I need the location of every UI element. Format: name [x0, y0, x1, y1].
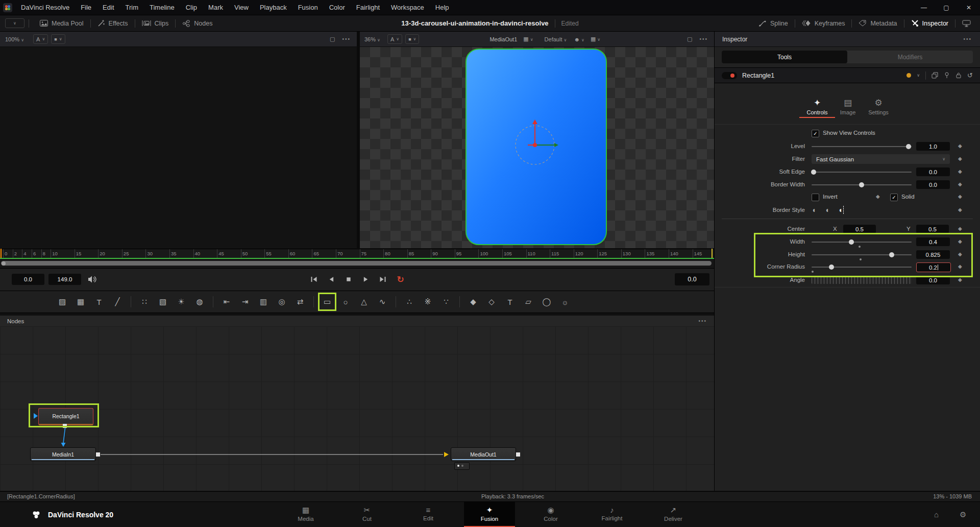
image-plane-3d-tool-icon[interactable]: ▱ — [522, 295, 535, 308]
border-style-square-icon[interactable]: ◖ — [838, 206, 844, 214]
reset-icon[interactable]: ↺ — [967, 71, 973, 79]
left-expand-viewer-icon[interactable]: ▢ — [330, 36, 335, 42]
level-slider[interactable] — [812, 146, 912, 147]
stop-button[interactable] — [341, 273, 356, 285]
sphere-3d-tool-icon[interactable]: ◯ — [540, 295, 553, 308]
panel-toggle-button[interactable] — [955, 15, 980, 31]
layout-preset-button[interactable]: ∨ — [5, 18, 24, 28]
menu-color[interactable]: Color — [324, 4, 351, 11]
polygon-tool-icon[interactable]: △ — [357, 295, 371, 308]
clips-button[interactable]: Clips — [135, 15, 176, 31]
text-plus-tool-icon[interactable]: T — [92, 295, 106, 308]
node-mediaout1[interactable]: MediaOut1 — [451, 447, 516, 461]
guide-grid-select[interactable]: ▦ ∨ — [591, 36, 600, 42]
center-y-field[interactable]: 0.5 — [916, 225, 949, 233]
fast-noise-tool-icon[interactable]: ∷ — [138, 295, 151, 308]
node-mediaout1-subnode[interactable] — [454, 462, 470, 470]
transform-widget[interactable] — [504, 114, 566, 176]
right-buffer-select[interactable]: A∨ — [387, 34, 402, 44]
node-mediain1-output-port[interactable] — [96, 452, 100, 457]
light-3d-tool-icon[interactable]: ☼ — [558, 295, 572, 308]
pmerge-tool-icon[interactable]: ※ — [421, 295, 434, 308]
filter-dropdown[interactable]: Fast Gaussian ∨ — [812, 154, 950, 164]
angle-thumbwheel[interactable] — [812, 277, 912, 284]
menu-view[interactable]: View — [229, 4, 254, 11]
home-icon[interactable]: ⌂ — [934, 510, 939, 519]
nodes-panel-options[interactable]: ••• — [698, 318, 707, 324]
center-x-field[interactable]: 0.5 — [843, 225, 876, 233]
tab-tools[interactable]: Tools — [722, 51, 847, 63]
bspline-tool-icon[interactable]: ∿ — [376, 295, 389, 308]
go-to-start-button[interactable] — [306, 273, 322, 285]
page-tab-cut[interactable]: ✂Cut — [341, 502, 393, 527]
background-tool-icon[interactable]: ▦ — [74, 295, 87, 308]
page-tab-fusion[interactable]: ✦Fusion — [464, 502, 515, 527]
menu-help[interactable]: Help — [430, 4, 455, 11]
menu-file[interactable]: File — [75, 4, 97, 11]
page-tab-fairlight[interactable]: ♪Fairlight — [586, 502, 638, 527]
copy-settings-icon[interactable] — [932, 72, 938, 79]
inspector-button[interactable]: Inspector — [904, 15, 955, 31]
center-keyframe-icon[interactable]: ◆ — [958, 226, 962, 231]
blur-tool-icon[interactable]: ◍ — [193, 295, 206, 308]
menu-mark[interactable]: Mark — [203, 4, 229, 11]
minimize-button[interactable]: — — [913, 0, 935, 15]
invert-checkbox[interactable] — [812, 194, 819, 201]
menu-clip[interactable]: Clip — [180, 4, 203, 11]
node-mediaout1-output-port[interactable] — [516, 452, 520, 457]
invert-keyframe-icon[interactable]: ◆ — [876, 194, 880, 199]
saver-tool-icon[interactable]: ⇥ — [238, 295, 252, 308]
merge-tool-icon[interactable]: ▥ — [257, 295, 270, 308]
transform-tool-icon[interactable]: ⇄ — [293, 295, 307, 308]
maximize-button[interactable]: ▢ — [935, 0, 958, 15]
border-width-keyframe-icon[interactable]: ◆ — [958, 181, 962, 187]
node-color-chevron-icon[interactable]: ∨ — [917, 73, 920, 78]
media-pool-button[interactable]: Media Pool — [33, 15, 90, 31]
left-viewer[interactable] — [0, 47, 357, 248]
soft-edge-keyframe-icon[interactable]: ◆ — [958, 169, 962, 174]
timeline-ruler[interactable]: 0246810152025303540455055606570758085909… — [0, 249, 714, 258]
page-tab-deliver[interactable]: ↗Deliver — [648, 502, 699, 527]
solid-keyframe-icon[interactable]: ◆ — [958, 194, 962, 199]
soft-edge-value-field[interactable]: 0.0 — [916, 167, 950, 176]
keyframes-button[interactable]: Keyframes — [795, 15, 852, 31]
right-expand-viewer-icon[interactable]: ▢ — [687, 36, 692, 42]
soft-edge-slider[interactable] — [812, 172, 912, 173]
left-buffer-select[interactable]: A∨ — [33, 34, 48, 44]
go-to-end-button[interactable] — [376, 273, 391, 285]
left-channel-select[interactable]: ■∨ — [51, 34, 65, 44]
tab-modifiers[interactable]: Modifiers — [847, 51, 973, 63]
close-button[interactable]: ✕ — [958, 0, 980, 15]
lut-tool-icon[interactable]: ▧ — [156, 295, 169, 308]
right-viewer[interactable] — [360, 47, 714, 248]
node-enable-toggle[interactable] — [722, 72, 737, 79]
current-frame-field[interactable]: 0.0 — [675, 273, 709, 285]
menu-playback[interactable]: Playback — [254, 4, 292, 11]
brightness-contrast-tool-icon[interactable]: ☀ — [175, 295, 188, 308]
nodes-button[interactable]: Nodes — [176, 15, 219, 31]
prender-tool-icon[interactable]: ∵ — [439, 295, 453, 308]
border-style-round-icon[interactable]: ◖ — [812, 206, 816, 214]
play-reverse-button[interactable] — [324, 273, 339, 285]
menu-timeline[interactable]: Timeline — [144, 4, 180, 11]
page-tab-media[interactable]: ▦Media — [280, 502, 331, 527]
subtab-settings[interactable]: ⚙ Settings — [861, 98, 896, 115]
ellipse-tool-icon[interactable]: ○ — [339, 295, 352, 308]
node-color-dot[interactable] — [906, 73, 911, 78]
menu-fusion[interactable]: Fusion — [292, 4, 324, 11]
filter-keyframe-icon[interactable]: ◆ — [958, 156, 962, 161]
spline-button[interactable]: Spline — [752, 15, 795, 31]
view-mode-select[interactable]: Default ∨ — [545, 36, 567, 42]
border-width-value-field[interactable]: 0.0 — [916, 180, 950, 189]
mask-overlay-select[interactable]: ☻ ∨ — [574, 36, 584, 42]
border-style-bevel-icon[interactable]: ◖ — [825, 206, 829, 214]
merge-3d-tool-icon[interactable]: ◆ — [467, 295, 480, 308]
matte-control-tool-icon[interactable]: ◎ — [275, 295, 288, 308]
menu-trim[interactable]: Trim — [120, 4, 144, 11]
timeline-scrollbar[interactable] — [1, 261, 712, 266]
playhead[interactable] — [1, 249, 2, 259]
level-keyframe-icon[interactable]: ◆ — [958, 143, 962, 149]
page-tab-edit[interactable]: ≡Edit — [403, 502, 454, 527]
play-button[interactable] — [358, 273, 374, 285]
node-graph[interactable]: Rectangle1 MediaIn1 MediaOut1 — [0, 326, 714, 491]
